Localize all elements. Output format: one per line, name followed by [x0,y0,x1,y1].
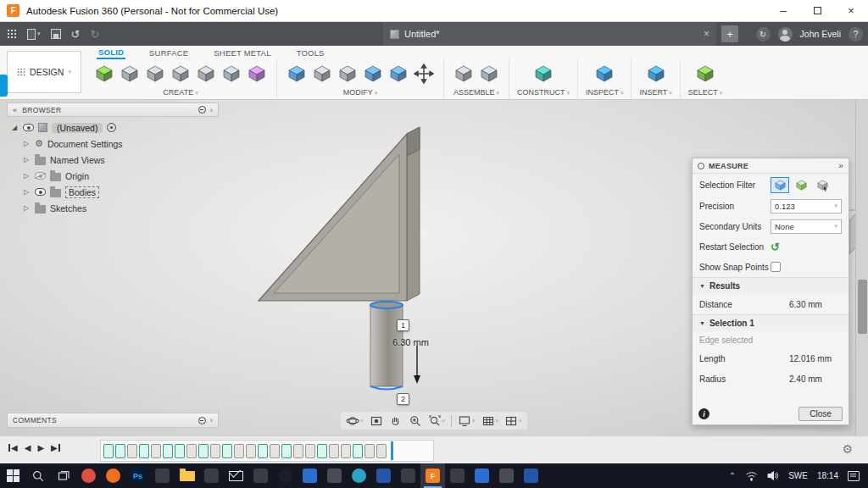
timeline-feature-sketch[interactable] [103,444,114,458]
timeline-feature-sketch[interactable] [175,444,185,458]
browser-item-label[interactable]: Document Settings [47,139,123,149]
expand-panel-icon[interactable]: » [838,161,843,170]
tab-sheet-metal[interactable]: SHEET METAL [212,47,272,58]
timeline-feature-feature[interactable] [234,444,244,458]
taskbar-app-app-gray-5[interactable] [396,463,420,488]
taskbar-app-app-gray-7[interactable] [494,463,519,488]
timeline-feature-feature[interactable] [210,444,220,458]
filter-components-button[interactable] [813,177,832,193]
timeline-feature-feature[interactable] [270,444,280,458]
fillet-icon[interactable] [310,61,334,86]
workspace-switcher[interactable]: DESIGN ▾ [7,51,81,93]
measure-icon[interactable] [593,61,616,86]
job-status-icon[interactable]: ↻ [756,27,771,42]
browser-item-label[interactable]: Named Views [50,155,105,165]
grid-snap-icon[interactable]: ▾ [479,414,502,428]
timeline-feature-sketch[interactable] [163,444,173,458]
document-close-icon[interactable]: × [704,28,709,40]
expand-triangle-icon[interactable]: ◢ [10,124,19,131]
measure-close-button[interactable]: Close [798,407,843,421]
action-center-icon[interactable] [848,471,860,481]
secondary-units-dropdown[interactable]: None ▾ [771,219,842,234]
browser-item-label[interactable]: Sketches [50,203,86,214]
taskbar-app-app-blue-4[interactable] [519,463,543,488]
move-icon[interactable] [412,61,436,86]
precision-dropdown[interactable]: 0.123 ▾ [771,199,842,214]
shell-icon[interactable] [336,61,359,86]
expand-triangle-icon[interactable]: ▷ [22,188,31,196]
sweep-icon[interactable] [169,61,192,86]
ribbon-group-label[interactable]: ASSEMBLE ▾ [453,88,499,97]
comments-bar[interactable]: COMMENTS › [7,413,219,428]
tab-surface[interactable]: SURFACE [147,47,190,58]
taskbar-app-app-blue-1[interactable] [298,463,322,488]
network-icon[interactable] [745,470,758,481]
go-to-end-button[interactable]: ▶ [51,443,60,452]
timeline-feature-feature[interactable] [376,444,387,458]
file-menu-icon[interactable]: ▾ [27,29,41,40]
taskbar-app-file-explorer[interactable] [175,463,199,488]
insert-mesh-icon[interactable] [644,61,668,86]
timeline-feature-feature[interactable] [246,444,256,458]
taskbar-app-chrome[interactable] [76,463,101,488]
timeline-strip[interactable] [100,440,434,462]
browser-item-bodies[interactable]: ▷Bodies [10,184,219,200]
extrude-icon[interactable] [118,61,142,86]
create-sketch-icon[interactable] [92,61,116,86]
taskbar-app-app-gray-1[interactable] [150,463,175,488]
timeline-feature-feature[interactable] [127,444,137,458]
ribbon-group-label[interactable]: MODIFY ▾ [343,88,377,97]
timeline-playhead[interactable] [391,441,393,460]
ribbon-group-label[interactable]: CREATE ▾ [163,88,198,97]
panel-arrow-icon[interactable]: › [210,106,213,114]
browser-item-origin[interactable]: ▷Origin [10,168,219,184]
timeline-feature-feature[interactable] [151,444,161,458]
taskbar-app-app-gray-3[interactable] [248,463,273,488]
browser-item-document-settings[interactable]: ▷⚙Document Settings [10,136,219,152]
user-name[interactable]: John Eveli [800,29,841,39]
task-view-icon[interactable] [51,463,76,488]
browser-root-item[interactable]: ◢ (Unsaved) [10,119,219,136]
zoom-icon[interactable] [406,414,425,428]
browser-item-named-views[interactable]: ▷Named Views [10,152,219,168]
timeline-feature-sketch[interactable] [198,444,209,458]
results-section-header[interactable]: ▼ Results [693,277,849,294]
filter-faces-button[interactable] [771,177,789,193]
restart-selection-icon[interactable]: ↺ [771,241,780,252]
browser-item-sketches[interactable]: ▷Sketches [10,200,219,216]
ribbon-group-label[interactable]: INSERT ▾ [639,88,671,97]
taskbar-app-app-gray-2[interactable] [199,463,224,488]
collapse-panel-icon[interactable] [198,417,206,424]
help-icon[interactable]: ? [849,27,863,42]
play-button[interactable]: ▶ [37,443,44,452]
language-indicator[interactable]: SWE [788,471,808,480]
form-icon[interactable] [245,61,269,86]
taskbar-app-app-blue-3[interactable] [470,463,494,488]
new-document-button[interactable]: + [721,25,738,42]
visibility-eye-icon[interactable] [35,172,46,180]
save-icon[interactable] [51,29,61,39]
taskbar-app-mail[interactable] [224,463,248,488]
new-component-icon[interactable] [452,61,476,86]
taskbar-app-photoshop[interactable]: Ps [125,463,150,488]
taskbar-app-app-gray-4[interactable] [322,463,347,488]
document-tab[interactable]: Untitled* × [383,22,716,46]
timeline-feature-sketch[interactable] [258,444,268,458]
timeline-feature-sketch[interactable] [139,444,149,458]
panel-arrow-icon[interactable]: › [210,416,213,424]
ribbon-group-label[interactable]: SELECT ▾ [688,88,722,97]
tray-expand-icon[interactable]: ⌃ [729,471,736,480]
expand-triangle-icon[interactable]: ▷ [22,156,31,164]
measure-panel-header[interactable]: MEASURE » [693,158,849,174]
timeline-settings-gear-icon[interactable]: ⚙ [842,442,853,456]
timeline-feature-feature[interactable] [293,444,303,458]
taskbar-app-firefox[interactable] [101,463,125,488]
construction-plane-icon[interactable] [531,61,555,86]
redo-icon[interactable]: ↻ [90,28,99,41]
browser-root-label[interactable]: (Unsaved) [52,123,103,133]
offset-face-icon[interactable] [387,61,410,86]
visibility-eye-icon[interactable] [35,188,46,196]
collapse-left-icon[interactable]: « [13,106,17,114]
timeline-feature-sketch[interactable] [222,444,232,458]
timeline-feature-sketch[interactable] [281,444,292,458]
